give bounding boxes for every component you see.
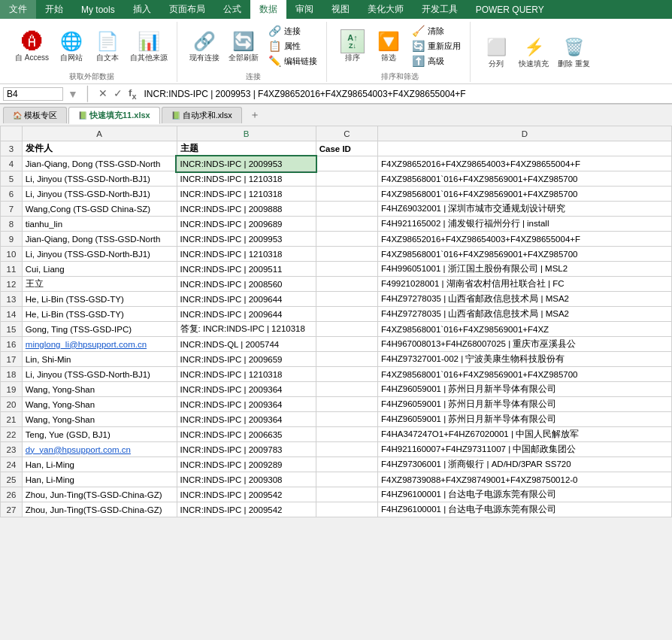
btn-split-column[interactable]: ⬜ 分列 — [480, 34, 513, 70]
tab-mytools[interactable]: My tools — [72, 0, 124, 19]
cell-b[interactable]: INCR:INDS-IPC | 2009659 — [177, 352, 316, 367]
cell-d[interactable]: F4HZ97278035 | 山西省邮政信息技术局 | MSA2 — [378, 307, 672, 322]
cell-a[interactable]: dy_yan@hpsupport.com.cn — [22, 442, 177, 457]
cell-c[interactable] — [316, 367, 377, 382]
cell-d[interactable]: F4H967008013+F4HZ68007025 | 重庆市巫溪县公 — [378, 337, 672, 352]
cell-a[interactable]: Zhou, Jun-Ting(TS-GSD-China-GZ) — [22, 502, 177, 517]
cell-b[interactable]: INCR:INDS-IPC | 2009542 — [177, 502, 316, 517]
cell-a[interactable]: Li, Jinyou (TSS-GSD-North-BJ1) — [22, 171, 177, 187]
tab-quickfill[interactable]: 📗快速填充11.xlsx — [68, 107, 160, 124]
cell-d[interactable]: F4HZ97327001-002 | 宁波美康生物科技股份有 — [378, 352, 672, 367]
cell-d[interactable]: F4XZ98568001`016+F4XZ98569001+F4XZ985700 — [378, 171, 672, 187]
cell-d[interactable]: F49921028001 | 湖南省农村信用社联合社 | FC — [378, 277, 672, 292]
btn-text[interactable]: 📄 自文本 — [91, 28, 124, 64]
cell-c[interactable] — [316, 202, 377, 217]
cell-d[interactable]: F4XZ98652016+F4XZ98654003+F4XZ98655004+F — [378, 156, 672, 171]
cell-c[interactable] — [316, 442, 377, 457]
btn-filter[interactable]: 🔽 筛选 — [372, 28, 405, 64]
cell-c[interactable] — [316, 337, 377, 352]
tab-developer[interactable]: 开发工具 — [413, 0, 467, 19]
cell-c[interactable] — [316, 171, 377, 187]
btn-reapply[interactable]: 🔄 重新应用 — [408, 39, 464, 53]
col-header-a[interactable]: A — [22, 126, 177, 141]
cell-d[interactable]: F4XZ98739088+F4XZ98749001+F4XZ98750012-0 — [378, 472, 672, 487]
cell-d[interactable]: F4HZ97306001 | 浙商银行 | AD/HD/3PAR SS720 — [378, 457, 672, 472]
cell-b[interactable]: INCR:INDS-IPC | 2009364 — [177, 382, 316, 397]
cell-c[interactable] — [316, 457, 377, 472]
cell-b[interactable]: INCR:INDS-IPC | 1210318 — [177, 171, 316, 187]
cell-b[interactable]: INCR:INDS-IPC | 1210318 — [177, 247, 316, 262]
cell-b[interactable]: INCR:INDS-IPC | 2009289 — [177, 457, 316, 472]
btn-refresh-all[interactable]: 🔄 全部刷新 — [226, 28, 262, 64]
col-header-c[interactable]: C — [316, 126, 377, 141]
cell-a[interactable]: Gong, Ting (TSS-GSD-IPC) — [22, 322, 177, 337]
cell-reference-input[interactable] — [3, 87, 63, 101]
cell-b[interactable]: 答复: INCR:INDS-IPC | 1210318 — [177, 322, 316, 337]
btn-edit-links[interactable]: ✏️ 编辑链接 — [265, 54, 320, 68]
cell-d[interactable]: F4HZ96059001 | 苏州日月新半导体有限公司 — [378, 412, 672, 427]
tab-home[interactable]: 开始 — [36, 0, 72, 19]
cell-a[interactable]: Li, Jinyou (TSS-GSD-North-BJ1) — [22, 367, 177, 382]
cell-b[interactable]: INCR:INDS-IPC | 2009644 — [177, 292, 316, 307]
cell-c[interactable] — [316, 502, 377, 517]
cell-b[interactable]: INCR:INDS-IPC | 2009364 — [177, 397, 316, 412]
cell-b[interactable]: INCR:INDS-IPC | 1210318 — [177, 367, 316, 382]
cell-c[interactable] — [316, 277, 377, 292]
cell-a[interactable]: 王立 — [22, 277, 177, 292]
cell-a[interactable]: Wang, Yong-Shan — [22, 397, 177, 412]
cell-a[interactable]: Lin, Shi-Min — [22, 352, 177, 367]
tab-pagelayout[interactable]: 页面布局 — [160, 0, 214, 19]
cell-a[interactable]: Jian-Qiang, Dong (TSS-GSD-North — [22, 232, 177, 247]
cell-d[interactable]: F4XZ98568001`016+F4XZ98569001+F4XZ985700 — [378, 187, 672, 202]
formula-input[interactable] — [141, 88, 669, 100]
btn-properties[interactable]: 📋 属性 — [265, 39, 304, 53]
tab-powerquery[interactable]: POWER QUERY — [467, 0, 553, 19]
cell-b[interactable]: INCR:INDS-IPC | 2009689 — [177, 217, 316, 232]
cell-c[interactable] — [316, 307, 377, 322]
btn-clear[interactable]: 🧹 清除 — [408, 24, 447, 38]
col-header-b[interactable]: B — [177, 126, 316, 141]
cell-a[interactable]: Wang,Cong (TS-GSD China-SZ) — [22, 202, 177, 217]
cell-a[interactable]: tianhu_lin — [22, 217, 177, 232]
cell-c[interactable] — [316, 397, 377, 412]
cell-b[interactable]: INCR:INDS-IPC | 2009888 — [177, 202, 316, 217]
cell-d[interactable]: F4HZ97278035 | 山西省邮政信息技术局 | MSA2 — [378, 292, 672, 307]
cell-a[interactable]: Wang, Yong-Shan — [22, 382, 177, 397]
cell-a[interactable]: Zhou, Jun-Ting(TS-GSD-China-GZ) — [22, 487, 177, 502]
cell-a[interactable]: Jian-Qiang, Dong (TSS-GSD-North — [22, 156, 177, 171]
cell-b[interactable]: INCR:INDS-IPC | 2009953 — [177, 156, 316, 171]
cell-a[interactable]: Li, Jinyou (TSS-GSD-North-BJ1) — [22, 247, 177, 262]
tab-beautify[interactable]: 美化大师 — [359, 0, 413, 19]
cell-d[interactable]: F4H921165002 | 浦发银行福州分行 | install — [378, 217, 672, 232]
cell-c[interactable] — [316, 322, 377, 337]
cell-c[interactable] — [316, 217, 377, 232]
cell-b[interactable]: INCR:INDS-QL | 2005744 — [177, 337, 316, 352]
cell-d[interactable]: F4HZ96059001 | 苏州日月新半导体有限公司 — [378, 397, 672, 412]
cell-c[interactable] — [316, 487, 377, 502]
cell-b[interactable]: 主题 — [177, 141, 316, 156]
cell-a[interactable]: Han, Li-Ming — [22, 472, 177, 487]
add-sheet-button[interactable]: ＋ — [244, 106, 266, 124]
cell-c[interactable] — [316, 412, 377, 427]
cell-d[interactable]: F4H996051001 | 浙江国土股份有限公司 | MSL2 — [378, 262, 672, 277]
cell-a[interactable]: minglong_li@hpsupport.com.cn — [22, 337, 177, 352]
cell-c[interactable] — [316, 382, 377, 397]
cell-b[interactable]: INCR:INDS-IPC | 1210318 — [177, 187, 316, 202]
cell-d[interactable]: F4HZ96059001 | 苏州日月新半导体有限公司 — [378, 382, 672, 397]
cell-b[interactable]: INCR:INDS-IPC | 2009783 — [177, 442, 316, 457]
tab-autosum[interactable]: 📗自动求和.xlsx — [162, 107, 242, 123]
cell-c[interactable] — [316, 247, 377, 262]
cell-b[interactable]: INCR:INDS-IPC | 2009542 — [177, 487, 316, 502]
btn-existing-connections[interactable]: 🔗 现有连接 — [186, 28, 222, 64]
cell-c[interactable] — [316, 292, 377, 307]
cell-a[interactable]: He, Li-Bin (TSS-GSD-TY) — [22, 307, 177, 322]
cell-d[interactable]: F4HZ96100001 | 台达电子电源东莞有限公司 — [378, 502, 672, 517]
tab-view[interactable]: 视图 — [322, 0, 359, 19]
btn-other[interactable]: 📊 自其他来源 — [127, 28, 171, 64]
cell-b[interactable]: INCR:INDS-IPC | 2009511 — [177, 262, 316, 277]
cell-a[interactable]: 发件人 — [22, 141, 177, 156]
cell-a[interactable]: Teng, Yue (GSD, BJ1) — [22, 427, 177, 442]
col-header-d[interactable]: D — [378, 126, 672, 141]
cell-d[interactable]: F4HA347247O1+F4HZ67020001 | 中国人民解放军 — [378, 427, 672, 442]
cancel-formula-icon[interactable]: ✕ — [97, 87, 109, 101]
